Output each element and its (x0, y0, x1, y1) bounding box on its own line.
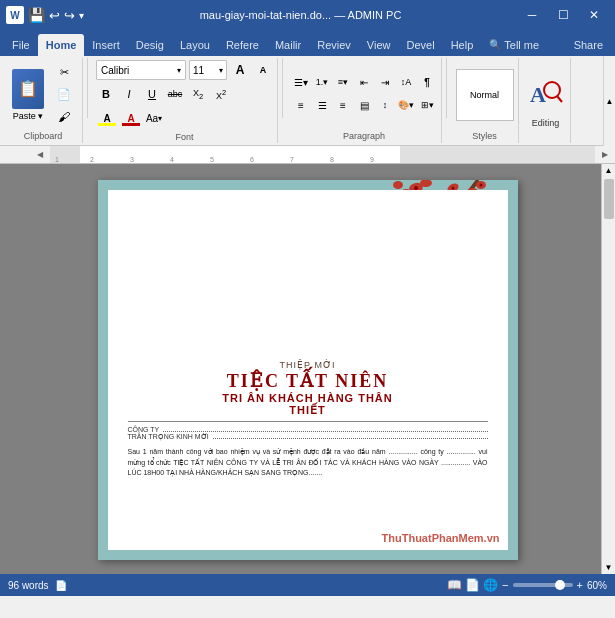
clipboard-group: 📋 Paste ▾ ✂ 📄 🖌 Clipboard (4, 58, 83, 143)
zoom-in-button[interactable]: + (577, 579, 583, 591)
tab-file[interactable]: File (4, 34, 38, 56)
tab-home[interactable]: Home (38, 34, 85, 56)
underline-button[interactable]: U (142, 84, 162, 104)
scroll-down-button[interactable]: ▼ (603, 561, 615, 574)
tab-view[interactable]: View (359, 34, 399, 56)
font-content: Calibri ▾ 11 ▾ A A B I U abc X2 X (96, 60, 273, 130)
justify-button[interactable]: ▤ (354, 95, 374, 115)
document-content: THIỆP MỜI TIỆC TẤT NIÊN TRI ÂN KHÁCH HÀN… (108, 190, 508, 489)
tab-developer[interactable]: Devel (399, 34, 443, 56)
tiec-tat-nien-text: TIỆC TẤT NIÊN (128, 370, 488, 392)
font-size-select[interactable]: 11 ▾ (189, 60, 227, 80)
svg-line-2 (557, 96, 562, 102)
paste-button[interactable]: 📋 Paste ▾ (8, 60, 48, 129)
tab-layout[interactable]: Layou (172, 34, 218, 56)
scroll-up-button[interactable]: ▲ (603, 164, 615, 177)
save-icon[interactable]: 💾 (28, 7, 45, 23)
case-button[interactable]: Aa▾ (144, 108, 164, 128)
styles-gallery[interactable]: Normal (456, 69, 514, 121)
italic-button[interactable]: I (119, 84, 139, 104)
show-marks-button[interactable]: ¶ (417, 72, 437, 92)
svg-point-11 (393, 181, 403, 189)
tab-references[interactable]: Refere (218, 34, 267, 56)
styles-group: Normal Styles (451, 58, 519, 143)
web-view-button[interactable]: 🌐 (483, 578, 498, 592)
highlight-color-button[interactable]: A (96, 108, 118, 128)
document-area[interactable]: ▲ ▼ (0, 164, 615, 574)
redo-icon[interactable]: ↪ (64, 8, 75, 23)
zoom-slider[interactable] (513, 583, 573, 587)
subscript-button[interactable]: X2 (188, 84, 208, 104)
tab-share[interactable]: Share (566, 34, 611, 56)
strikethrough-button[interactable]: abc (165, 84, 185, 104)
paragraph-group: ☰▾ 1.▾ ≡▾ ⇤ ⇥ ↕A ¶ ≡ ☰ ≡ ▤ ↕ 🎨▾ ⊞▾ (287, 58, 442, 143)
tab-help[interactable]: Help (443, 34, 482, 56)
tab-insert[interactable]: Insert (84, 34, 128, 56)
paragraph-label: Paragraph (343, 131, 385, 141)
clipboard-content: 📋 Paste ▾ ✂ 📄 🖌 (8, 60, 78, 129)
multilevel-list-button[interactable]: ≡▾ (333, 72, 353, 92)
grow-font-button[interactable]: A (230, 60, 250, 80)
list-buttons-row: ☰▾ 1.▾ ≡▾ ⇤ ⇥ ↕A ¶ (291, 72, 437, 92)
ribbon-scroll-right[interactable]: ▲ (603, 56, 615, 146)
status-right: 📖 📄 🌐 − + 60% (447, 578, 607, 592)
thiep-moi-text: THIỆP MỜI (128, 360, 488, 370)
cut-button[interactable]: ✂ (50, 63, 78, 83)
sort-button[interactable]: ↕A (396, 72, 416, 92)
editing-icon: A (528, 74, 564, 116)
shrink-font-button[interactable]: A (253, 60, 273, 80)
tab-review[interactable]: Reviev (309, 34, 359, 56)
ruler: ◀ 1 2 3 4 5 6 7 8 9 ▶ (0, 146, 615, 164)
tran-row: TRÂN TRỌNG KINH MỜI (128, 433, 488, 441)
font-family-select[interactable]: Calibri ▾ (96, 60, 186, 80)
line-spacing-button[interactable]: ↕ (375, 95, 395, 115)
font-group: Calibri ▾ 11 ▾ A A B I U abc X2 X (92, 58, 278, 143)
word-icon: W (6, 6, 24, 24)
paste-icon: 📋 (12, 69, 44, 109)
zoom-level: 60% (587, 580, 607, 591)
tab-mailings[interactable]: Mailir (267, 34, 309, 56)
tab-design[interactable]: Desig (128, 34, 172, 56)
editing-label: Editing (532, 118, 560, 128)
scroll-thumb[interactable] (604, 179, 614, 219)
borders-button[interactable]: ⊞▾ (417, 95, 437, 115)
close-button[interactable]: ✕ (579, 0, 609, 30)
congty-row: CÔNG TY (128, 426, 488, 433)
print-view-button[interactable]: 📄 (465, 578, 480, 592)
increase-indent-button[interactable]: ⇥ (375, 72, 395, 92)
tri-an-text: TRI ÂN KHÁCH HÀNG THÂN (128, 392, 488, 404)
tran-label: TRÂN TRỌNG KINH MỜI (128, 433, 209, 441)
tab-tell-me[interactable]: 🔍 Tell me (481, 34, 547, 56)
congty-dotted-line (163, 431, 487, 432)
editing-content: A Editing (528, 74, 564, 128)
document-title: mau-giay-moi-tat-nien.do... — ADMIN PC (84, 9, 517, 21)
font-color-button[interactable]: A (120, 108, 142, 128)
copy-button[interactable]: 📄 (50, 85, 78, 105)
svg-text:A: A (530, 82, 546, 107)
undo-icon[interactable]: ↩ (49, 8, 60, 23)
page-layout-icon[interactable]: 📄 (55, 580, 67, 591)
shading-button[interactable]: 🎨▾ (396, 95, 416, 115)
format-painter-button[interactable]: 🖌 (50, 107, 78, 127)
maximize-button[interactable]: ☐ (548, 0, 578, 30)
align-left-button[interactable]: ≡ (291, 95, 311, 115)
editing-group: A Editing (521, 58, 571, 143)
status-left: 96 words 📄 (8, 580, 439, 591)
zoom-thumb (555, 580, 565, 590)
document-inner[interactable]: THIỆP MỜI TIỆC TẤT NIÊN TRI ÂN KHÁCH HÀN… (108, 190, 508, 550)
cut-copy-area: ✂ 📄 🖌 (50, 60, 78, 129)
read-view-button[interactable]: 📖 (447, 578, 462, 592)
vertical-scrollbar[interactable]: ▲ ▼ (601, 164, 615, 574)
superscript-button[interactable]: X2 (211, 84, 231, 104)
bold-button[interactable]: B (96, 84, 116, 104)
numbered-list-button[interactable]: 1.▾ (312, 72, 332, 92)
decrease-indent-button[interactable]: ⇤ (354, 72, 374, 92)
view-icons[interactable]: 📖 📄 🌐 (447, 578, 498, 592)
ribbon-tabs: File Home Insert Desig Layou Refere Mail… (0, 30, 615, 56)
status-bar: 96 words 📄 📖 📄 🌐 − + 60% (0, 574, 615, 596)
bullet-list-button[interactable]: ☰▾ (291, 72, 311, 92)
align-center-button[interactable]: ☰ (312, 95, 332, 115)
align-right-button[interactable]: ≡ (333, 95, 353, 115)
zoom-out-button[interactable]: − (502, 579, 508, 591)
minimize-button[interactable]: ─ (517, 0, 547, 30)
